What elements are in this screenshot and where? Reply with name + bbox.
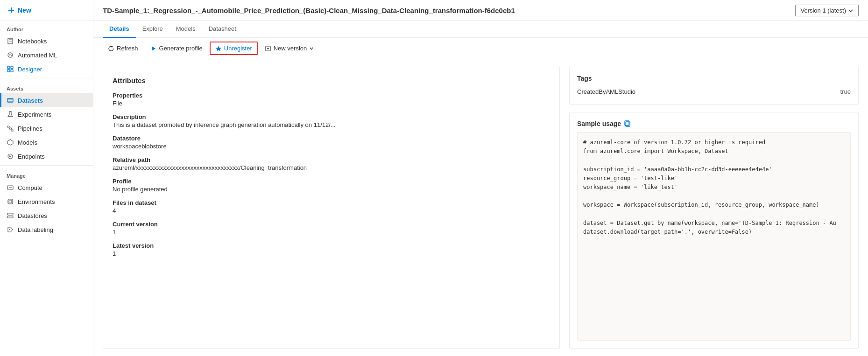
files-value: 4 <box>113 207 550 214</box>
svg-rect-9 <box>11 70 13 72</box>
tag-key-0: CreatedByAMLStudio <box>577 88 635 95</box>
attr-current-version: Current version 1 <box>113 221 550 236</box>
svg-rect-15 <box>11 130 13 131</box>
section-assets-label: Assets <box>0 80 93 93</box>
pipelines-icon <box>7 125 14 132</box>
new-button[interactable]: New <box>6 4 87 17</box>
page-header: TD-Sample_1:_Regression_-_Automobile_Pri… <box>93 0 868 21</box>
svg-rect-23 <box>7 216 13 218</box>
models-label: Models <box>18 139 37 146</box>
sidebar-item-models[interactable]: Models <box>0 135 93 149</box>
star-icon <box>215 45 222 52</box>
datastores-label: Datastores <box>18 212 47 219</box>
sample-code-block: # azureml-core of version 1.0.72 or high… <box>577 132 851 341</box>
datastores-icon <box>7 212 14 219</box>
current-version-label: Current version <box>113 221 550 228</box>
content-area: Attributes Properties File Description T… <box>93 59 868 356</box>
tags-title: Tags <box>577 75 851 82</box>
chevron-down-icon <box>848 8 854 14</box>
datastore-label: Datastore <box>113 135 550 142</box>
automl-icon <box>7 51 14 59</box>
generate-profile-label: Generate profile <box>159 45 203 52</box>
sidebar-item-datastores[interactable]: Datastores <box>0 209 93 223</box>
environments-label: Environments <box>18 198 55 205</box>
datasets-icon <box>7 97 14 104</box>
endpoints-icon <box>7 153 14 160</box>
description-label: Description <box>113 113 550 120</box>
attr-properties: Properties File <box>113 92 550 107</box>
sidebar-item-endpoints[interactable]: Endpoints <box>0 149 93 163</box>
tag-value-0: true <box>840 88 851 95</box>
sidebar-item-datasets[interactable]: Datasets <box>0 93 93 107</box>
sidebar-item-compute[interactable]: Compute <box>0 181 93 195</box>
pipelines-label: Pipelines <box>18 125 42 132</box>
files-label: Files in dataset <box>113 199 550 206</box>
compute-icon <box>7 184 14 191</box>
sidebar-item-automated-ml[interactable]: Automated ML <box>0 48 93 62</box>
tab-explore[interactable]: Explore <box>136 21 169 38</box>
sidebar-item-environments[interactable]: Environments <box>0 195 93 209</box>
profile-label: Profile <box>113 178 550 185</box>
latest-version-label: Latest version <box>113 242 550 249</box>
sidebar-item-pipelines[interactable]: Pipelines <box>0 121 93 135</box>
attributes-panel: Attributes Properties File Description T… <box>103 67 560 349</box>
section-author-label: Author <box>0 21 93 34</box>
svg-rect-6 <box>7 66 10 69</box>
svg-marker-26 <box>215 46 221 51</box>
play-icon <box>150 45 157 52</box>
refresh-button[interactable]: Refresh <box>103 42 143 55</box>
sample-usage-panel: Sample usage # azureml-core of version 1… <box>569 112 859 349</box>
attr-latest-version: Latest version 1 <box>113 242 550 257</box>
environments-icon <box>7 198 14 205</box>
datastore-value: workspaceblobstore <box>113 143 550 150</box>
tabs-bar: Details Explore Models Datasheet <box>93 21 868 38</box>
experiments-icon <box>7 111 14 118</box>
svg-rect-10 <box>7 98 13 102</box>
sidebar: New Author Notebooks Automated ML Design… <box>0 0 93 356</box>
page-title: TD-Sample_1:_Regression_-_Automobile_Pri… <box>103 7 515 14</box>
description-value: This is a dataset promoted by inference … <box>113 121 550 128</box>
plus-icon <box>7 7 15 14</box>
sample-usage-header: Sample usage <box>577 120 851 127</box>
sidebar-item-experiments[interactable]: Experiments <box>0 107 93 121</box>
generate-profile-button[interactable]: Generate profile <box>145 42 208 55</box>
new-version-chevron-icon <box>309 46 314 51</box>
tags-panel: Tags CreatedByAMLStudio true <box>569 67 859 105</box>
copy-icon[interactable] <box>624 120 631 127</box>
new-version-icon <box>265 45 271 52</box>
tab-models[interactable]: Models <box>169 21 202 38</box>
svg-marker-16 <box>7 140 13 145</box>
tab-details[interactable]: Details <box>103 21 136 38</box>
new-version-button[interactable]: New version <box>260 42 319 55</box>
notebook-icon <box>7 37 14 45</box>
new-label: New <box>18 7 31 14</box>
sample-usage-title: Sample usage <box>577 120 621 127</box>
section-manage-label: Manage <box>0 168 93 181</box>
sample-code: # azureml-core of version 1.0.72 or high… <box>583 138 845 237</box>
relative-path-value: azureml/xxxxxxxxxxxxxxxxxxxxxxxxxxxxxxxx… <box>113 164 550 171</box>
designer-icon <box>7 65 14 73</box>
svg-rect-7 <box>11 66 13 69</box>
relative-path-label: Relative path <box>113 156 550 163</box>
refresh-icon <box>108 45 114 52</box>
sidebar-item-notebooks[interactable]: Notebooks <box>0 34 93 48</box>
tab-datasheet[interactable]: Datasheet <box>202 21 243 38</box>
svg-rect-8 <box>7 70 10 72</box>
current-version-value: 1 <box>113 229 550 236</box>
attr-files: Files in dataset 4 <box>113 199 550 214</box>
main-content: TD-Sample_1:_Regression_-_Automobile_Pri… <box>93 0 868 356</box>
svg-point-24 <box>9 229 10 230</box>
unregister-button[interactable]: Unregister <box>210 42 258 55</box>
attr-profile: Profile No profile generated <box>113 178 550 193</box>
tag-row-0: CreatedByAMLStudio true <box>577 87 851 97</box>
unregister-label: Unregister <box>224 45 252 52</box>
version-dropdown[interactable]: Version 1 (latest) <box>795 5 859 16</box>
toolbar: Refresh Generate profile Unregister New … <box>93 38 868 59</box>
attr-datastore: Datastore workspaceblobstore <box>113 135 550 150</box>
datasets-label: Datasets <box>18 97 43 104</box>
sidebar-item-designer[interactable]: Designer <box>0 62 93 76</box>
compute-label: Compute <box>18 184 42 191</box>
sidebar-item-data-labeling[interactable]: Data labeling <box>0 223 93 237</box>
data-labeling-label: Data labeling <box>18 226 53 233</box>
latest-version-value: 1 <box>113 250 550 257</box>
